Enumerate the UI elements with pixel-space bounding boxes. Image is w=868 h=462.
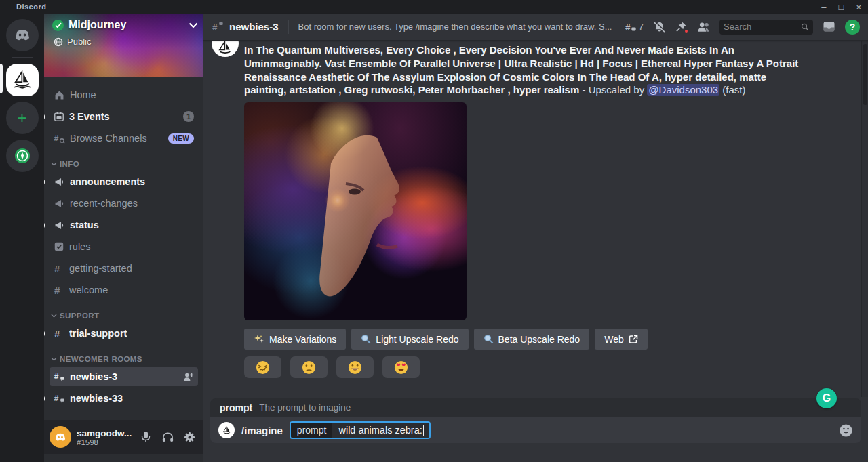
- sailboat-icon: [222, 425, 232, 436]
- section-header-support[interactable]: SUPPORT: [51, 312, 198, 320]
- confused-face-emoji: [302, 360, 316, 375]
- search-icon: [801, 22, 809, 32]
- home-icon: [54, 89, 65, 101]
- server-header[interactable]: Midjourney: [52, 19, 198, 31]
- section-header-info[interactable]: INFO: [51, 160, 198, 168]
- message-input[interactable]: /imagine prompt wild animals zebra:: [210, 417, 861, 443]
- sidebar-channel-newbies-33[interactable]: # newbies-33: [50, 389, 198, 408]
- reaction-confounded-face[interactable]: [244, 356, 281, 378]
- sidebar-item-events[interactable]: 3 Events 1: [50, 107, 198, 126]
- inbox-icon: [823, 21, 835, 33]
- events-count-badge: 1: [183, 111, 194, 122]
- user-mention[interactable]: @Davidson303: [647, 84, 719, 96]
- search-box[interactable]: [719, 20, 813, 35]
- scrollbar-thumb[interactable]: [863, 44, 867, 105]
- sparkles-icon: [254, 334, 264, 345]
- channel-topic[interactable]: Bot room for new users. Type /imagine th…: [298, 22, 619, 32]
- close-button[interactable]: ×: [856, 3, 861, 12]
- user-avatar[interactable]: [50, 426, 71, 448]
- user-info[interactable]: samgoodw... #1598: [77, 428, 132, 446]
- option-hint-name: prompt: [220, 402, 252, 413]
- sidebar-channel-announcements[interactable]: announcements: [50, 172, 198, 191]
- midjourney-bot-avatar[interactable]: [212, 41, 239, 57]
- chat-scrollbar[interactable]: [861, 41, 868, 397]
- imagine-bot-avatar: [218, 422, 235, 438]
- threads-button[interactable]: # 7: [625, 21, 644, 33]
- hash-chat-icon: #: [212, 21, 224, 33]
- sailboat-icon: [216, 41, 234, 57]
- maximize-button[interactable]: □: [839, 3, 844, 12]
- rules-checklist-icon: [54, 241, 64, 252]
- option-label: prompt: [291, 423, 333, 438]
- slash-command-name[interactable]: /imagine: [241, 425, 283, 436]
- heart-eyes-face-emoji: [394, 360, 408, 375]
- unread-indicator: [44, 222, 45, 228]
- make-variations-button[interactable]: Make Variations: [244, 329, 346, 350]
- grammarly-icon[interactable]: G: [816, 388, 837, 408]
- pinned-messages-button[interactable]: [675, 21, 687, 33]
- sidebar-channel-newbies-3[interactable]: # newbies-3: [50, 367, 198, 386]
- notification-settings-button[interactable]: [653, 21, 666, 33]
- beta-upscale-redo-button[interactable]: Beta Upscale Redo: [474, 329, 590, 350]
- channel-name: newbies-3: [229, 21, 279, 33]
- explore-servers-button[interactable]: [6, 140, 39, 172]
- microphone-icon: [140, 431, 151, 443]
- chevron-down-icon: [51, 162, 57, 166]
- message-actions: Make Variations Light Upscale Redo Beta …: [244, 329, 807, 350]
- sidebar-channel-recent-changes[interactable]: recent-changes: [50, 194, 198, 213]
- deafen-button[interactable]: [159, 428, 176, 446]
- section-header-newcomer-rooms[interactable]: NEWCOMER ROOMS: [51, 355, 198, 363]
- text-caret: [423, 425, 425, 436]
- svg-text:#: #: [625, 22, 631, 32]
- discord-clyde-icon: [54, 432, 67, 442]
- light-upscale-redo-button[interactable]: Light Upscale Redo: [351, 329, 468, 350]
- magnifier-icon: [484, 334, 494, 344]
- sidebar-item-browse-channels[interactable]: # Browse Channels NEW: [50, 129, 198, 148]
- user-panel: samgoodw... #1598: [44, 420, 203, 454]
- megaphone-icon: [54, 176, 65, 188]
- sidebar-item-home[interactable]: Home: [50, 85, 198, 104]
- megaphone-icon: [54, 219, 65, 231]
- discord-home-button[interactable]: [6, 19, 39, 51]
- search-input[interactable]: [724, 22, 798, 32]
- sidebar-channel-welcome[interactable]: # welcome: [50, 280, 198, 299]
- user-settings-button[interactable]: [180, 428, 198, 446]
- unread-indicator: [44, 179, 45, 185]
- sidebar-channel-getting-started[interactable]: # getting-started: [50, 259, 198, 278]
- browse-channels-icon: #: [54, 133, 65, 144]
- bell-slash-icon: [653, 21, 666, 33]
- minimize-button[interactable]: –: [821, 3, 826, 12]
- svg-text:#: #: [54, 371, 59, 381]
- chevron-down-icon[interactable]: [189, 22, 198, 28]
- unread-indicator: [44, 331, 45, 337]
- generated-image[interactable]: [244, 102, 467, 320]
- create-invite-icon[interactable]: [182, 372, 194, 381]
- inbox-button[interactable]: [823, 21, 835, 33]
- calendar-icon: [54, 111, 64, 122]
- slash-command-hint: prompt The prompt to imagine: [210, 398, 861, 417]
- help-button[interactable]: ?: [845, 20, 860, 35]
- channel-sidebar: Midjourney Public Home: [44, 14, 203, 462]
- prompt-option-pill[interactable]: prompt wild animals zebra:: [290, 421, 431, 439]
- megaphone-icon: [54, 198, 65, 209]
- server-banner[interactable]: Midjourney Public: [44, 14, 203, 77]
- new-badge: NEW: [168, 133, 194, 144]
- emoji-picker-icon[interactable]: [839, 423, 853, 438]
- external-link-icon: [629, 335, 638, 344]
- svg-text:#: #: [54, 133, 59, 142]
- sidebar-channel-trial-support[interactable]: # trial-support: [50, 324, 198, 343]
- reaction-heart-eyes-face[interactable]: [382, 356, 420, 378]
- member-list-button[interactable]: [696, 21, 710, 33]
- sidebar-channel-status[interactable]: status: [50, 215, 198, 234]
- rail-divider: [12, 57, 33, 58]
- reaction-confused-face[interactable]: [290, 356, 328, 378]
- sidebar-channel-rules[interactable]: rules: [50, 237, 198, 256]
- server-icon-midjourney[interactable]: [6, 64, 39, 96]
- message-list: In The Quantum Multiverses, Every Choice…: [203, 41, 868, 398]
- option-value[interactable]: wild animals zebra:: [332, 423, 429, 438]
- web-button[interactable]: Web: [595, 329, 648, 350]
- mute-microphone-button[interactable]: [137, 428, 155, 446]
- unread-indicator: [44, 114, 45, 120]
- add-server-button[interactable]: +: [6, 102, 39, 134]
- reaction-grinning-face[interactable]: [336, 356, 374, 378]
